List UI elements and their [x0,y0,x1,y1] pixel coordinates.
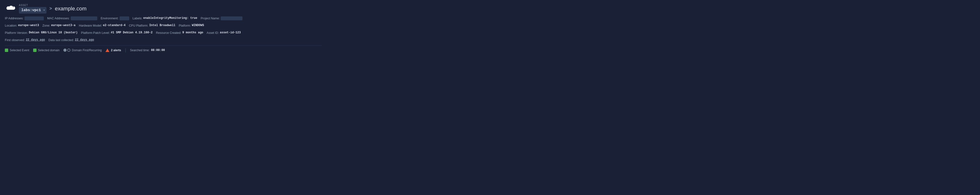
domain-inner-circle [67,49,70,52]
hardware-pair: Hardware Model: e2-standard-4 [79,23,126,28]
project-pair: Project Name: [200,16,242,21]
labels-value: enableIntegrityMonitoring: true [143,16,197,21]
selected-event-icon [5,49,8,52]
info-row-3: Platform Version: Debian GNU/Linux 10 (b… [5,30,322,35]
domain-circle-pair [64,49,70,52]
alert-triangle-icon [105,49,109,52]
asset-section: ASSET labs:vpc1 [19,4,46,14]
ip-addresses-pair: IP Addresses: [5,16,44,21]
domain-first-recurring-label: Domain First/Recurring [72,49,102,52]
info-row-4: First observed: 22 days ago Data last co… [5,38,322,43]
patch-level-value: #1 SMP Debian 4.19.160-2 [111,30,153,35]
searched-time-label: Searched time: [130,49,150,52]
zone-value: europe-west3-a [51,23,75,28]
legend-row: Selected Event Selected domain Domain Fi… [5,46,322,53]
selected-event-label: Selected Event [10,49,29,52]
mac-addresses-pair: MAC Addresses: [47,16,97,21]
legend-separator: | [125,48,126,53]
patch-level-pair: Platform Patch Level: #1 SMP Debian 4.19… [81,30,153,35]
location-pair: Location: europe-west3 [5,23,39,28]
info-row-1: IP Addresses: MAC Addresses: Environment… [5,16,322,21]
main-container: ASSET labs:vpc1 > example.com IP Address… [0,0,327,55]
alerts-count: 2 alerts [111,49,121,52]
project-value [221,16,242,20]
data-last-collected-pair: Data last collected: 22 days ago [48,38,94,43]
platform-label: Platform: [179,23,191,28]
location-value: europe-west3 [18,23,39,28]
platform-version-pair: Platform Version: Debian GNU/Linux 10 (b… [5,30,78,35]
selected-domain-icon [33,49,37,52]
platform-value: WINDOWS [192,23,204,28]
cpu-label: CPU Platform: [129,23,148,28]
platform-pair: Platform: WINDOWS [179,23,204,28]
asset-label: ASSET [19,4,46,6]
selected-event-legend: Selected Event [5,49,29,52]
ip-label: IP Addresses: [5,16,24,21]
data-last-collected-value[interactable]: 22 days ago [75,38,94,42]
cpu-value: Intel Broadwell [149,23,175,28]
ip-value [24,16,44,20]
searched-time-legend: Searched time: 08:00:00 [130,49,165,52]
cloud-icon [5,4,16,13]
location-label: Location: [5,23,17,28]
searched-time-value: 08:00:00 [151,49,165,52]
asset-id-label: Asset ID: [207,30,219,35]
asset-dropdown-wrapper[interactable]: labs:vpc1 [19,7,46,14]
hardware-label: Hardware Model: [79,23,102,28]
cloud-svg [5,5,16,13]
alerts-legend: 2 alerts [105,49,121,52]
labels-pair: Labels: enableIntegrityMonitoring: true [133,16,197,21]
first-observed-label: First observed: [5,38,25,43]
domain-title: example.com [55,6,87,12]
env-label: Environment: [101,16,119,21]
zone-pair: Zone: europe-west3-a [42,23,75,28]
breadcrumb-arrow: > [49,6,52,11]
info-row-2: Location: europe-west3 Zone: europe-west… [5,23,322,28]
platform-version-value: Debian GNU/Linux 10 (buster) [29,30,78,35]
resource-created-pair: Resource Created: 9 months ago [156,30,203,35]
labels-label: Labels: [133,16,142,21]
resource-created-label: Resource Created: [156,30,181,35]
asset-id-value: asset-id-123 [220,30,241,35]
domain-outer-circle [64,49,67,52]
project-label: Project Name: [200,16,220,21]
header-row: ASSET labs:vpc1 > example.com [5,4,322,14]
data-last-collected-label: Data last collected: [48,38,74,43]
asset-dropdown[interactable]: labs:vpc1 [19,7,46,14]
resource-created-value: 9 months ago [182,30,203,35]
environment-pair: Environment: [101,16,129,21]
selected-domain-label: Selected domain [38,49,59,52]
env-value [119,16,129,20]
patch-level-label: Platform Patch Level: [81,30,110,35]
selected-domain-legend: Selected domain [33,49,59,52]
zone-label: Zone: [42,23,50,28]
cpu-pair: CPU Platform: Intel Broadwell [129,23,175,28]
first-observed-value[interactable]: 22 days ago [26,38,45,42]
first-observed-pair: First observed: 22 days ago [5,38,45,43]
platform-version-label: Platform Version: [5,30,28,35]
hardware-value: e2-standard-4 [103,23,126,28]
asset-id-pair: Asset ID: asset-id-123 [207,30,241,35]
mac-value [71,16,97,20]
mac-label: MAC Addresses: [47,16,70,21]
domain-first-recurring-legend: Domain First/Recurring [64,49,102,52]
